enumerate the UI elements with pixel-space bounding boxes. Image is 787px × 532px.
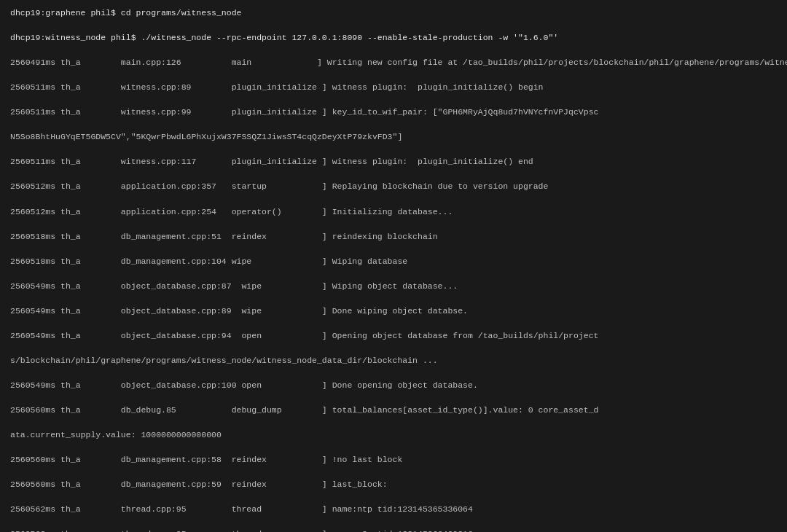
terminal-line-4: 2560511ms th_a witness.cpp:99 plugin_ini…	[10, 106, 777, 119]
terminal-line-1: dhcp19:witness_node phil$ ./witness_node…	[10, 32, 777, 44]
terminal-line-7: 2560512ms th_a application.cpp:357 start…	[10, 181, 777, 193]
terminal-line-9: 2560518ms th_a db_management.cpp:51 rein…	[10, 231, 777, 243]
terminal-line-3: 2560511ms th_a witness.cpp:89 plugin_ini…	[10, 82, 777, 94]
terminal-line-21: 2560562ms th_a thread.cpp:95 thread ] na…	[10, 528, 777, 532]
terminal-window: dhcp19:graphene phil$ cd programs/witnes…	[0, 0, 787, 532]
terminal-line-10: 2560518ms th_a db_management.cpp:104 wip…	[10, 256, 777, 268]
terminal-line-20: 2560562ms th_a thread.cpp:95 thread ] na…	[10, 504, 777, 516]
terminal-line-17: ata.current_supply.value: 10000000000000…	[10, 429, 777, 442]
terminal-line-11: 2560549ms th_a object_database.cpp:87 wi…	[10, 281, 777, 293]
terminal-line-15: 2560549ms th_a object_database.cpp:100 o…	[10, 380, 777, 392]
terminal-line-19: 2560560ms th_a db_management.cpp:59 rein…	[10, 479, 777, 491]
terminal-line-2: 2560491ms th_a main.cpp:126 main ] Writi…	[10, 57, 777, 69]
terminal-line-12: 2560549ms th_a object_database.cpp:89 wi…	[10, 305, 777, 318]
terminal-line-5: N5So8BhtHuGYqET5GDW5CV","5KQwrPbwdL6PhXu…	[10, 131, 777, 144]
terminal-line-18: 2560560ms th_a db_management.cpp:58 rein…	[10, 454, 777, 466]
terminal-line-16: 2560560ms th_a db_debug.85 debug_dump ] …	[10, 404, 777, 417]
terminal-line-14: s/blockchain/phil/graphene/programs/witn…	[10, 355, 777, 367]
terminal-line-0: dhcp19:graphene phil$ cd programs/witnes…	[10, 7, 777, 20]
terminal-line-6: 2560511ms th_a witness.cpp:117 plugin_in…	[10, 156, 777, 168]
terminal-line-8: 2560512ms th_a application.cpp:254 opera…	[10, 206, 777, 219]
terminal-line-13: 2560549ms th_a object_database.cpp:94 op…	[10, 330, 777, 343]
